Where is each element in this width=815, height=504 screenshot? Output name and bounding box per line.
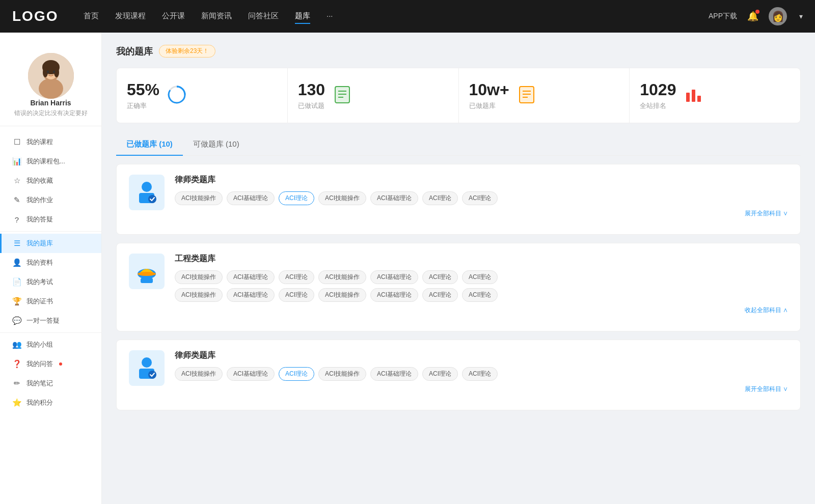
tag[interactable]: ACI理论 — [279, 270, 314, 284]
sidebar-item-2[interactable]: ☆ 我的收藏 — [0, 171, 101, 190]
nav-home[interactable]: 首页 — [84, 9, 99, 24]
sidebar-item-3[interactable]: ✎ 我的作业 — [0, 190, 101, 210]
sidebar-item-11[interactable]: ❓ 我的问答 — [0, 354, 101, 374]
menu-icon-8: 🏆 — [12, 297, 21, 306]
tag[interactable]: ACI理论 — [422, 288, 458, 302]
nav-more[interactable]: ··· — [327, 9, 333, 24]
tag[interactable]: ACI基础理论 — [370, 288, 418, 302]
stat-accuracy-value: 55% — [127, 80, 159, 99]
menu-label-4: 我的答疑 — [26, 215, 53, 224]
menu-icon-9: 💬 — [12, 316, 21, 325]
quiz-card-3: 律师类题库 ACI技能操作 ACI基础理论 ACI理论 ACI技能操作 ACI基… — [116, 340, 801, 410]
tag[interactable]: ACI理论 — [422, 270, 458, 284]
stat-accuracy-content: 55% 正确率 — [127, 80, 159, 110]
page-title: 我的题库 — [116, 45, 153, 58]
sidebar-item-5[interactable]: ☰ 我的题库 — [0, 234, 101, 253]
tag-active[interactable]: ACI理论 — [279, 367, 314, 381]
quiz-card-1-icon — [129, 175, 165, 210]
tag-active[interactable]: ACI理论 — [279, 191, 314, 205]
menu-label-7: 我的考试 — [26, 277, 53, 287]
tag[interactable]: ACI技能操作 — [318, 288, 366, 302]
stat-done-questions-value: 130 — [298, 80, 325, 99]
tag[interactable]: ACI理论 — [279, 288, 314, 302]
page-layout: Brian Harris 错误的决定比没有决定要好 ☐ 我的课程 📊 我的课程包… — [0, 0, 815, 504]
sidebar-item-6[interactable]: 👤 我的资料 — [0, 253, 101, 272]
tag[interactable]: ACI基础理论 — [370, 367, 418, 381]
stat-done-questions-label: 已做试题 — [298, 101, 325, 110]
quiz-card-1-title: 律师类题库 — [175, 175, 788, 185]
nav-discover[interactable]: 发现课程 — [115, 9, 146, 24]
page-header: 我的题库 体验剩余23天！ — [116, 45, 801, 58]
tag[interactable]: ACI基础理论 — [227, 270, 275, 284]
tag[interactable]: ACI基础理论 — [370, 270, 418, 284]
tag[interactable]: ACI理论 — [422, 367, 458, 381]
stat-rank-value: 1029 — [640, 80, 676, 99]
quiz-card-1-expand[interactable]: 展开全部科目 ∨ — [175, 209, 788, 218]
tag[interactable]: ACI基础理论 — [227, 191, 275, 205]
quiz-card-1-tags: ACI技能操作 ACI基础理论 ACI理论 ACI技能操作 ACI基础理论 AC… — [175, 191, 788, 205]
tag[interactable]: ACI理论 — [422, 191, 458, 205]
nav-opencourse[interactable]: 公开课 — [162, 9, 185, 24]
profile-motto: 错误的决定比没有决定要好 — [14, 109, 88, 118]
svg-point-7 — [47, 71, 49, 73]
tag[interactable]: ACI技能操作 — [175, 367, 223, 381]
stat-done-questions-icon — [333, 86, 351, 105]
sidebar-item-10[interactable]: 👥 我的小组 — [0, 335, 101, 354]
stat-rank-icon — [684, 86, 702, 105]
tab-available[interactable]: 可做题库 (10) — [183, 133, 250, 155]
menu-icon-11: ❓ — [12, 359, 21, 369]
nav-quizbank[interactable]: 题库 — [295, 9, 310, 24]
stat-rank-content: 1029 全站排名 — [640, 80, 676, 110]
avatar — [28, 53, 74, 99]
menu-label-12: 我的笔记 — [26, 379, 53, 388]
tab-row: 已做题库 (10) 可做题库 (10) — [116, 133, 801, 156]
tag[interactable]: ACI技能操作 — [175, 288, 223, 302]
tag[interactable]: ACI技能操作 — [175, 191, 223, 205]
nav-qa[interactable]: 问答社区 — [248, 9, 279, 24]
tab-done[interactable]: 已做题库 (10) — [116, 133, 183, 155]
tag[interactable]: ACI理论 — [462, 367, 498, 381]
stat-done-banks-icon — [518, 86, 536, 105]
stat-done-banks-label: 已做题库 — [469, 101, 509, 110]
tag[interactable]: ACI基础理论 — [227, 367, 275, 381]
tag[interactable]: ACI理论 — [462, 270, 498, 284]
sidebar-item-9[interactable]: 💬 一对一答疑 — [0, 311, 101, 330]
tag[interactable]: ACI技能操作 — [175, 270, 223, 284]
sidebar-item-4[interactable]: ? 我的答疑 — [0, 210, 101, 229]
user-avatar[interactable]: 👩 — [769, 7, 787, 25]
notification-bell[interactable]: 🔔 — [747, 11, 758, 22]
user-dropdown-arrow[interactable]: ▾ — [799, 12, 803, 20]
sidebar-item-1[interactable]: 📊 我的课程包... — [0, 152, 101, 171]
tag[interactable]: ACI基础理论 — [370, 191, 418, 205]
svg-point-28 — [138, 272, 156, 276]
navbar: LOGO 首页 发现课程 公开课 新闻资讯 问答社区 题库 ··· APP下载 … — [0, 0, 815, 33]
sidebar-item-8[interactable]: 🏆 我的证书 — [0, 292, 101, 311]
stat-done-banks: 10w+ 已做题库 — [459, 68, 630, 123]
quiz-card-3-expand[interactable]: 展开全部科目 ∨ — [175, 385, 788, 394]
sidebar-item-0[interactable]: ☐ 我的课程 — [0, 132, 101, 152]
menu-icon-4: ? — [12, 215, 21, 224]
tag[interactable]: ACI技能操作 — [318, 191, 366, 205]
quiz-card-1-header: 律师类题库 ACI技能操作 ACI基础理论 ACI理论 ACI技能操作 ACI基… — [129, 175, 788, 218]
sidebar-item-7[interactable]: 📄 我的考试 — [0, 272, 101, 292]
sidebar-item-12[interactable]: ✏ 我的笔记 — [0, 374, 101, 393]
svg-rect-22 — [697, 96, 701, 102]
menu-icon-5: ☰ — [12, 239, 21, 248]
quiz-card-2-tags-row1: ACI技能操作 ACI基础理论 ACI理论 ACI技能操作 ACI基础理论 AC… — [175, 270, 788, 284]
nav-links: 首页 发现课程 公开课 新闻资讯 问答社区 题库 ··· — [84, 9, 709, 24]
menu-label-13: 我的积分 — [26, 398, 53, 407]
tag[interactable]: ACI基础理论 — [227, 288, 275, 302]
tag[interactable]: ACI技能操作 — [318, 367, 366, 381]
menu-icon-12: ✏ — [12, 379, 21, 388]
tag[interactable]: ACI技能操作 — [318, 270, 366, 284]
quiz-card-2-collapse[interactable]: 收起全部科目 ∧ — [175, 306, 788, 315]
nav-news[interactable]: 新闻资讯 — [201, 9, 232, 24]
app-download-link[interactable]: APP下载 — [709, 12, 737, 21]
quiz-card-3-header: 律师类题库 ACI技能操作 ACI基础理论 ACI理论 ACI技能操作 ACI基… — [129, 350, 788, 394]
menu-label-5: 我的题库 — [26, 239, 53, 248]
tag[interactable]: ACI理论 — [462, 288, 498, 302]
tag[interactable]: ACI理论 — [462, 191, 498, 205]
quiz-card-2-header: 工程类题库 ACI技能操作 ACI基础理论 ACI理论 ACI技能操作 ACI基… — [129, 254, 788, 315]
sidebar-item-13[interactable]: ⭐ 我的积分 — [0, 393, 101, 412]
logo: LOGO — [12, 8, 63, 24]
